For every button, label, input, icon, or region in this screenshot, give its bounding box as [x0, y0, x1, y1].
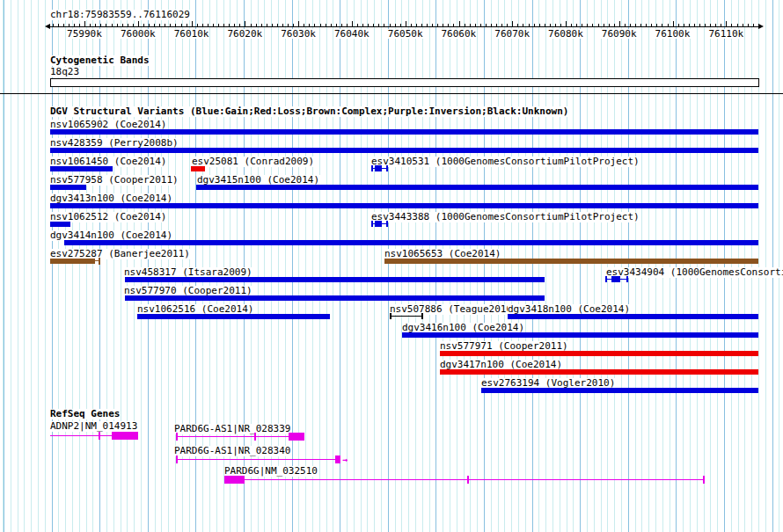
ruler-minor-tick — [443, 24, 443, 26]
ruler-minor-tick — [635, 24, 636, 26]
ruler-tick-label: 76010k — [173, 29, 210, 39]
gene-exon-tick-PARD6G-NM_032510-0[interactable] — [467, 476, 469, 484]
ruler-minor-tick — [58, 24, 59, 26]
gene-exon-tick-PARD6G-AS1-NR_028339-1[interactable] — [254, 433, 256, 441]
ruler-minor-tick — [421, 24, 422, 26]
ruler-minor-tick — [496, 24, 497, 26]
variant-bar-nsv458317[interactable] — [125, 277, 545, 282]
ruler-minor-tick — [197, 24, 198, 26]
gene-exon-tick-PARD6G-NM_032510-1[interactable] — [703, 476, 705, 484]
ruler-minor-tick — [475, 24, 476, 26]
ruler-major-tick — [138, 21, 139, 26]
cytoband-band[interactable] — [50, 78, 759, 87]
variant-bar-dgv3415n100[interactable] — [196, 185, 758, 190]
variant-bar-nsv1062512[interactable] — [50, 222, 70, 227]
gene-exon-tick-PARD6G-AS1-NR_028339-0[interactable] — [176, 433, 178, 441]
variant-bar-esv3434904[interactable] — [611, 276, 620, 282]
ruler-tick-label: 76040k — [333, 29, 370, 39]
ruler-minor-tick — [341, 24, 342, 26]
variant-bar-nsv1065902[interactable] — [50, 129, 758, 135]
gene-intron-line-PARD6G-NM_032510[interactable] — [245, 479, 704, 480]
gene-exon-box-ADNP2-0[interactable] — [112, 432, 138, 440]
ruler-minor-tick — [470, 24, 471, 26]
ruler-minor-tick — [223, 24, 224, 26]
ruler-minor-tick — [432, 24, 433, 26]
section-separator — [0, 93, 783, 94]
ruler-minor-tick — [517, 24, 518, 26]
ruler-minor-tick — [437, 24, 438, 26]
variant-bar-esv2763194[interactable] — [481, 388, 758, 393]
ruler-minor-tick — [100, 24, 101, 26]
variant-whisker-capR-esv3410531 — [386, 165, 388, 171]
ruler-minor-tick — [560, 24, 561, 26]
ruler-major-tick — [245, 21, 245, 26]
gene-intron-line-PARD6G-AS1-NR_028339[interactable] — [176, 436, 289, 437]
ruler-minor-tick — [523, 24, 523, 26]
ruler-minor-tick — [336, 24, 337, 26]
gene-exon-box-PARD6G-AS1-NR_028340-0[interactable] — [335, 455, 340, 463]
ruler-left-arrow-icon — [45, 24, 50, 29]
ruler-major-tick — [566, 21, 567, 26]
variant-bar-nsv428359[interactable] — [50, 148, 758, 153]
ruler-minor-tick — [74, 24, 75, 26]
variant-bar-dgv3413n100[interactable] — [50, 203, 758, 208]
variant-label-esv25081[interactable]: esv25081 (Conrad2009) — [192, 157, 315, 167]
variant-bar-nsv1062516[interactable] — [137, 314, 330, 319]
variant-bar-nsv577971[interactable] — [440, 351, 758, 356]
variant-bar-dgv3416n100[interactable] — [402, 332, 758, 338]
ruler-major-tick — [512, 21, 513, 26]
ruler-minor-tick — [427, 24, 428, 26]
variant-bar-nsv577958[interactable] — [50, 185, 86, 190]
variant-bar-dgv3414n100[interactable] — [64, 240, 758, 245]
gene-label-ADNP2[interactable]: ADNP2|NM_014913 — [50, 421, 138, 432]
gene-exon-tick-PARD6G-AS1-NR_028340-0[interactable] — [176, 455, 178, 463]
gene-exon-tick-ADNP2-0[interactable] — [99, 432, 100, 440]
variant-label-esv3443388[interactable]: esv3443388 (1000GenomesConsortiumPilotPr… — [371, 212, 640, 222]
ruler-minor-tick — [69, 24, 70, 26]
ruler-tick-label: 76100k — [655, 29, 692, 39]
variant-range-capR-nsv507886 — [421, 313, 423, 319]
variant-whisker-capR-esv3434904 — [626, 276, 628, 282]
ruler-minor-tick — [95, 24, 96, 26]
ruler-minor-tick — [731, 24, 732, 26]
gene-exon-box-PARD6G-NM_032510-0[interactable] — [224, 476, 245, 484]
ruler-minor-tick — [112, 24, 113, 26]
ruler-minor-tick — [267, 24, 267, 26]
ruler-tick-label: 76050k — [387, 29, 424, 39]
variant-bar-esv275287[interactable] — [50, 259, 95, 264]
ruler-minor-tick — [651, 24, 652, 26]
variant-range-line-nsv507886[interactable] — [390, 316, 422, 317]
ruler-minor-tick — [175, 24, 176, 26]
ruler-major-tick — [298, 21, 299, 26]
variant-bar-esv25081[interactable] — [191, 166, 205, 171]
variant-bar-esv3410531[interactable] — [375, 165, 382, 171]
ruler-minor-tick — [282, 24, 283, 26]
ruler-minor-tick — [202, 24, 203, 26]
ruler-tick-label: 76020k — [226, 29, 263, 39]
variant-bar-nsv1065653[interactable] — [384, 259, 758, 264]
gene-exon-box-PARD6G-AS1-NR_028339-0[interactable] — [289, 433, 304, 441]
gene-label-PARD6G-AS1-NR_028340[interactable]: PARD6G-AS1|NR_028340 — [174, 446, 291, 456]
ruler-minor-tick — [480, 24, 481, 26]
variant-bar-nsv577970[interactable] — [125, 295, 545, 301]
gene-intron-line-ADNP2[interactable] — [50, 435, 112, 436]
ruler-minor-tick — [604, 24, 604, 26]
ruler-minor-tick — [357, 24, 358, 26]
variant-label-nsv507886[interactable]: nsv507886 (Teague2010) — [390, 304, 519, 315]
ruler-minor-tick — [529, 24, 530, 26]
ruler-tick-label: 76080k — [547, 29, 584, 39]
variant-bar-nsv1061450[interactable] — [50, 166, 113, 171]
variant-bar-esv3443388[interactable] — [375, 221, 382, 227]
gene-label-PARD6G-AS1-NR_028339[interactable]: PARD6G-AS1|NR_028339 — [174, 424, 291, 434]
variant-label-esv3410531[interactable]: esv3410531 (1000GenomesConsortiumPilotPr… — [371, 157, 640, 167]
ruler-minor-tick — [149, 24, 150, 26]
ruler-line — [50, 26, 758, 27]
gene-intron-line-PARD6G-AS1-NR_028340[interactable] — [176, 459, 335, 460]
ruler-minor-tick — [213, 24, 214, 26]
variant-whisker-capL-esv3410531 — [371, 165, 373, 171]
variant-label-esv3434904[interactable]: esv3434904 (1000GenomesConsortiumPilotPr… — [606, 267, 783, 278]
ruler-minor-tick — [710, 24, 711, 26]
ruler-major-tick — [726, 21, 727, 26]
variant-bar-dgv3418n100[interactable] — [508, 314, 758, 319]
variant-bar-dgv3417n100[interactable] — [440, 369, 758, 375]
